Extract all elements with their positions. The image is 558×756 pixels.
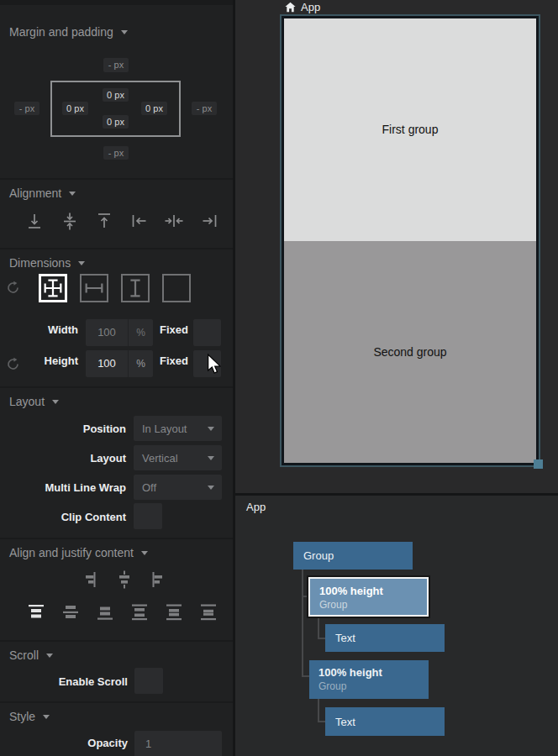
padding-left-field[interactable]: 0 px (62, 102, 88, 115)
tree-line (318, 699, 319, 721)
stretch-width-icon (82, 276, 106, 300)
fixed-size-icon (165, 276, 188, 300)
tree-line (302, 570, 303, 677)
chevron-down-icon (208, 486, 214, 490)
reset-icon (6, 281, 20, 295)
position-dropdown[interactable]: In Layout (134, 416, 222, 441)
position-label: Position (0, 423, 126, 435)
tree-node-title: 100% height (318, 666, 429, 679)
height-label: Height (0, 354, 78, 367)
justify-end-button[interactable] (96, 602, 114, 622)
section-header-align-justify[interactable]: Align and justify content (9, 546, 148, 559)
section-header-dimensions[interactable]: Dimensions (9, 256, 85, 270)
tree-node-label: Group (303, 549, 334, 562)
tree-node-group[interactable]: Group (293, 542, 413, 570)
tree-node-subtitle: Group (319, 599, 427, 611)
chevron-down-icon (208, 427, 214, 431)
tree-line (302, 596, 308, 597)
width-fixed-checkbox[interactable] (193, 319, 221, 346)
section-title: Align and justify content (9, 546, 134, 559)
align-content-left-button[interactable] (150, 570, 167, 590)
section-header-margin-padding[interactable]: Margin and padding (9, 25, 128, 39)
align-content-center-button[interactable] (116, 570, 133, 590)
align-content-toolbar (81, 570, 167, 590)
first-group[interactable]: First group (284, 18, 536, 241)
artboard-content: First group Second group (284, 18, 536, 463)
section-header-alignment[interactable]: Alignment (9, 186, 76, 200)
section-header-scroll[interactable]: Scroll (9, 648, 53, 662)
section-dimensions: Dimensions (0, 248, 233, 386)
height-input[interactable]: 100 (86, 350, 128, 377)
tree-node-label: Text (335, 716, 355, 728)
justify-space-around-icon (165, 602, 183, 622)
multi-line-wrap-value: Off (134, 481, 208, 494)
fixed-size-button[interactable] (162, 274, 191, 302)
second-group[interactable]: Second group (284, 241, 536, 464)
enable-scroll-checkbox[interactable] (134, 668, 163, 694)
justify-space-between-button[interactable] (130, 602, 149, 622)
chevron-down-icon (78, 261, 85, 265)
stretch-both-button[interactable] (39, 274, 67, 302)
tree-node-text[interactable]: Text (325, 624, 445, 652)
padding-bottom-field[interactable]: 0 px (103, 115, 129, 129)
height-fixed-checkbox[interactable] (193, 350, 221, 377)
multi-line-wrap-dropdown[interactable]: Off (134, 475, 222, 500)
width-label: Width (0, 323, 78, 336)
home-icon (285, 2, 296, 13)
align-content-left-icon (150, 570, 167, 590)
reset-size-mode-button[interactable] (6, 281, 20, 295)
clip-content-checkbox[interactable] (134, 503, 162, 529)
justify-space-evenly-button[interactable] (199, 602, 218, 622)
height-fixed-label: Fixed (160, 354, 188, 367)
opacity-input[interactable]: 1 (134, 731, 222, 756)
section-scroll: Scroll Enable Scroll (0, 640, 233, 701)
justify-start-button[interactable] (27, 602, 45, 622)
align-horizontal-center-icon (163, 210, 185, 232)
artboard-resize-handle[interactable] (534, 459, 543, 469)
justify-center-icon (61, 602, 80, 622)
tree-node-text[interactable]: Text (325, 707, 445, 736)
height-value-group: 100 % (86, 350, 153, 377)
align-top-button[interactable] (93, 210, 115, 232)
align-bottom-icon (24, 210, 45, 232)
margin-top-field[interactable]: - px (103, 58, 129, 72)
align-top-icon (93, 210, 115, 232)
align-right-button[interactable] (198, 210, 220, 232)
tree-line (318, 638, 325, 639)
artboard[interactable]: First group Second group (280, 14, 540, 467)
tree-node-100-height-group[interactable]: 100% height Group (309, 660, 429, 699)
size-mode-toolbar (39, 274, 191, 302)
padding-right-field[interactable]: 0 px (141, 102, 167, 115)
layout-dropdown[interactable]: Vertical (134, 445, 222, 470)
section-style: Style Opacity 1 (0, 701, 233, 756)
width-input[interactable]: 100 (86, 319, 128, 346)
section-header-layout[interactable]: Layout (9, 395, 59, 408)
section-title: Layout (9, 395, 45, 408)
margin-right-field[interactable]: - px (192, 102, 217, 115)
stretch-width-button[interactable] (80, 274, 108, 302)
justify-space-around-button[interactable] (165, 602, 183, 622)
margin-left-field[interactable]: - px (14, 102, 39, 115)
align-left-button[interactable] (129, 210, 150, 232)
align-vertical-center-icon (59, 210, 81, 232)
align-horizontal-center-button[interactable] (163, 210, 185, 232)
align-bottom-button[interactable] (24, 210, 45, 232)
section-title: Dimensions (9, 256, 71, 270)
clip-content-label: Clip Content (0, 511, 126, 523)
align-content-right-button[interactable] (81, 570, 97, 590)
width-unit-button[interactable]: % (128, 319, 153, 346)
height-unit-button[interactable]: % (128, 350, 153, 377)
align-right-icon (198, 210, 220, 232)
stretch-height-button[interactable] (121, 274, 150, 302)
justify-center-button[interactable] (61, 602, 80, 622)
tree-node-100-height-group-selected[interactable]: 100% height Group (308, 577, 429, 617)
chevron-down-icon (43, 715, 50, 719)
margin-bottom-field[interactable]: - px (103, 146, 129, 160)
position-value: In Layout (134, 423, 208, 435)
breadcrumb[interactable]: App (285, 1, 320, 13)
align-vertical-center-button[interactable] (59, 210, 81, 232)
padding-top-field[interactable]: 0 px (103, 88, 129, 102)
chevron-down-icon (52, 400, 59, 404)
tree-node-title: 100% height (319, 585, 427, 597)
section-header-style[interactable]: Style (9, 710, 50, 723)
